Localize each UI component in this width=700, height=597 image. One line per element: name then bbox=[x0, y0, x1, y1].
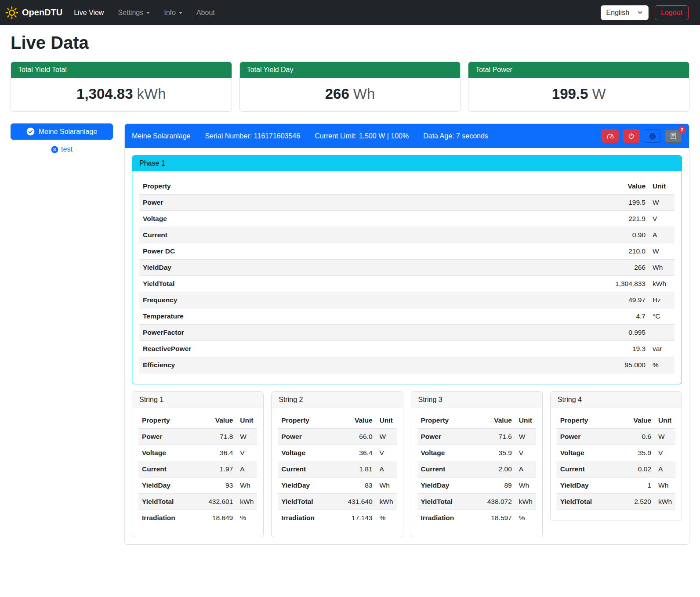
summary-card: Total Yield Total 1,304.83kWh bbox=[11, 62, 232, 112]
value-cell: 0.02 bbox=[620, 461, 655, 478]
inverter-card-header: Meine Solaranlage Serial Number: 1161716… bbox=[125, 124, 689, 148]
phase-body: Property Value Unit Power 199.5 bbox=[132, 171, 682, 384]
table-row: YieldTotal 438.072 kWh bbox=[417, 494, 536, 510]
inverter-select-button[interactable]: Meine Solaranlage bbox=[11, 123, 113, 140]
col-header-value: Value bbox=[202, 412, 236, 429]
value-cell: 35.9 bbox=[481, 445, 515, 461]
value-cell: 210.0 bbox=[588, 243, 649, 260]
summary-card-value: 199.5 bbox=[552, 86, 588, 102]
unit-cell: W bbox=[515, 429, 536, 445]
property-cell: YieldTotal bbox=[557, 494, 620, 510]
inverter-card: Meine Solaranlage Serial Number: 1161716… bbox=[124, 123, 689, 545]
logout-button[interactable]: Logout bbox=[655, 5, 689, 20]
summary-cards: Total Yield Total 1,304.83kWh Total Yiel… bbox=[11, 62, 689, 112]
table-row: YieldDay 89 Wh bbox=[417, 478, 536, 494]
summary-card-unit: W bbox=[592, 86, 606, 102]
value-cell: 432.601 bbox=[202, 494, 236, 510]
journal-icon bbox=[670, 132, 677, 140]
unit-cell: Hz bbox=[649, 292, 675, 308]
inverter-card-body: Phase 1 Property Value Unit bbox=[125, 148, 689, 544]
unit-cell: V bbox=[649, 211, 675, 227]
event-count-badge: 2 bbox=[678, 126, 685, 134]
table-row: Current 1.97 A bbox=[138, 461, 257, 478]
value-cell: 89 bbox=[481, 478, 515, 494]
property-cell: Current bbox=[557, 461, 620, 478]
property-cell: Frequency bbox=[139, 292, 588, 308]
phase-card: Phase 1 Property Value Unit bbox=[132, 155, 682, 384]
property-cell: Irradiation bbox=[417, 510, 481, 526]
nav-item-about[interactable]: About bbox=[189, 5, 222, 20]
power-control-button[interactable] bbox=[623, 129, 640, 143]
string-2-title: String 2 bbox=[272, 392, 403, 408]
col-header-property: Property bbox=[417, 412, 481, 429]
unit-cell: V bbox=[236, 445, 257, 461]
property-cell: YieldTotal bbox=[278, 494, 341, 510]
value-cell: 0.995 bbox=[588, 325, 649, 341]
language-select-value: English bbox=[606, 9, 629, 17]
summary-card-unit: Wh bbox=[353, 86, 375, 102]
unit-cell: kWh bbox=[376, 494, 397, 510]
value-cell: 1 bbox=[620, 478, 655, 494]
string-card-4: String 4 Property Value Unit bbox=[550, 391, 682, 521]
value-cell: 199.5 bbox=[588, 195, 649, 211]
sidebar-item-test[interactable]: test bbox=[11, 145, 113, 153]
table-row: YieldTotal 1,304.833 kWh bbox=[139, 276, 675, 292]
inverter-serial: Serial Number: 116171603546 bbox=[205, 132, 300, 140]
value-cell: 438.072 bbox=[481, 494, 515, 510]
table-row: Current 1.81 A bbox=[278, 461, 396, 478]
summary-card-title: Total Yield Day bbox=[240, 62, 461, 78]
device-info-button[interactable] bbox=[644, 129, 661, 143]
property-cell: Current bbox=[417, 461, 481, 478]
table-row: Voltage 36.4 V bbox=[138, 445, 257, 461]
nav-item-settings[interactable]: Settings bbox=[111, 5, 157, 20]
value-cell: 2.520 bbox=[620, 494, 655, 510]
property-cell: Voltage bbox=[557, 445, 620, 461]
nav-item-settings-label: Settings bbox=[118, 9, 143, 17]
unit-cell: Wh bbox=[649, 260, 675, 276]
string-card-3: String 3 Property Value Unit bbox=[411, 391, 543, 537]
inverter-data-age: Data Age: 7 seconds bbox=[423, 132, 488, 140]
unit-cell: A bbox=[515, 461, 536, 478]
table-row: Irradiation 18.649 % bbox=[138, 510, 257, 526]
unit-cell: A bbox=[236, 461, 257, 478]
language-select[interactable]: English bbox=[601, 5, 649, 20]
brand-logo[interactable]: OpenDTU bbox=[5, 6, 62, 19]
property-cell: YieldDay bbox=[417, 478, 481, 494]
col-header-property: Property bbox=[138, 412, 202, 429]
unit-cell: W bbox=[236, 429, 257, 445]
table-row: Irradiation 18.597 % bbox=[417, 510, 536, 526]
sun-icon bbox=[5, 6, 18, 19]
table-row: Current 2.00 A bbox=[417, 461, 536, 478]
property-cell: Current bbox=[138, 461, 202, 478]
property-cell: Power bbox=[557, 429, 620, 445]
event-log-button[interactable]: 2 bbox=[665, 129, 682, 143]
col-header-unit: Unit bbox=[655, 412, 675, 429]
unit-cell: Wh bbox=[655, 478, 675, 494]
value-cell: 17.143 bbox=[342, 510, 376, 526]
value-cell: 71.8 bbox=[202, 429, 236, 445]
table-row: YieldDay 1 Wh bbox=[557, 478, 675, 494]
caret-down-icon bbox=[146, 12, 150, 14]
x-circle-icon bbox=[51, 146, 58, 153]
value-cell: 19.3 bbox=[588, 341, 649, 357]
nav-item-info[interactable]: Info bbox=[157, 5, 189, 20]
page-title: Live Data bbox=[11, 33, 689, 53]
unit-cell: W bbox=[649, 243, 675, 260]
unit-cell: V bbox=[376, 445, 397, 461]
table-row: Power 66.0 W bbox=[278, 429, 396, 445]
check-circle-icon bbox=[26, 127, 35, 136]
string-3-title: String 3 bbox=[411, 392, 542, 408]
string-4-table: Property Value Unit Power bbox=[557, 412, 675, 510]
string-4-title: String 4 bbox=[551, 392, 682, 408]
property-cell: Current bbox=[139, 227, 588, 243]
unit-cell: kWh bbox=[655, 494, 675, 510]
limit-settings-button[interactable] bbox=[602, 129, 619, 143]
value-cell: 4.7 bbox=[588, 308, 649, 325]
col-header-property: Property bbox=[139, 178, 588, 195]
chevron-down-icon bbox=[637, 10, 643, 15]
unit-cell: % bbox=[649, 357, 675, 373]
unit-cell: Wh bbox=[236, 478, 257, 494]
nav-item-live-view[interactable]: Live View bbox=[67, 5, 111, 20]
table-row: YieldTotal 431.640 kWh bbox=[278, 494, 396, 510]
string-card-1: String 1 Property Value Unit bbox=[132, 391, 264, 537]
